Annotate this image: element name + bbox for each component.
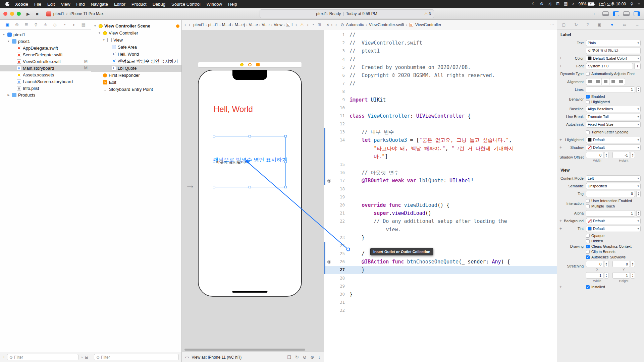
dropdown[interactable]: Align Baselines▾ [586,106,641,112]
code-line-25[interactable]: 25 / [324,250,557,258]
code-line-1[interactable]: 1// [324,31,557,39]
code-line-4[interactable]: 4// [324,55,557,63]
file-row-ptext1[interactable]: ▼ptext1 [0,38,91,45]
menu-app-name[interactable]: Xcode [12,2,31,7]
canvas-breadcrumb-4[interactable]: Vi...e [249,22,258,27]
view-as-button[interactable]: View as: iPhone 11 (wC hR) [192,355,241,360]
code-line-12[interactable]: 12 [324,120,557,128]
issue-navigator-icon[interactable]: ⚠ [41,22,50,27]
dropdown[interactable]: Default▾ [586,144,641,151]
resize-handle[interactable] [213,186,215,188]
battery-indicator[interactable]: 98% ⚡ [578,2,594,6]
outline-row--[interactable]: B랜덤으로 박명수 명언 표시하기 [91,58,181,65]
outline-row-hell-world[interactable]: LHell, World [91,51,181,58]
number-field-width[interactable]: 1 [586,272,603,279]
file-row-assets-xcassets[interactable]: Assets.xcassets [0,71,91,78]
grid-icon[interactable]: ⊞ [556,1,559,7]
quote-placeholder-label[interactable]: 이곳에 표시됩니다. [216,160,250,165]
horizontal-scrollbar[interactable] [184,349,305,351]
code-line-9[interactable]: 9import UIKit [324,96,557,104]
identity-inspector-icon[interactable]: ▣ [597,22,601,27]
color-swatch[interactable] [588,219,592,223]
connections-inspector-icon[interactable]: → [635,22,639,27]
code-line-19[interactable]: 19 [324,193,557,201]
menu-item-find[interactable]: Find [73,2,88,7]
stop-button[interactable]: ■ [33,11,42,16]
outline-row-view-controller[interactable]: ▼View Controller [91,29,181,37]
search-icon[interactable]: ⚲ [630,2,633,6]
add-attribute-button[interactable]: + [559,64,562,68]
menu-item-editor[interactable]: Editor [111,2,128,7]
stepper[interactable]: ▲▼ [631,261,635,267]
prev-issue-button[interactable]: ‹ [296,22,297,27]
dropdown[interactable]: Plain▾ [586,40,641,46]
warning-badge[interactable]: ⚠ 3 [424,11,431,16]
zoom-in-icon[interactable]: ⊕ [311,355,314,360]
code-line-16[interactable]: 16 // 아웃렛 변수 [324,169,557,177]
update-icon[interactable]: ⊕ [540,1,543,7]
canvas-breadcrumb-6[interactable]: View [274,22,282,27]
dropdown[interactable]: Default (Label Color)▾ [586,55,641,62]
stepper[interactable]: ▲▼ [631,272,635,279]
view-controller-icon[interactable] [240,63,244,66]
code-line-31[interactable]: 31 [324,298,557,306]
attributes-inspector-icon[interactable]: ▼ [610,22,614,27]
adapt-icon[interactable]: ↓ [318,355,321,360]
number-field[interactable]: 1 [586,210,635,217]
code-line-8[interactable]: 8 [324,87,557,96]
add-file-button[interactable]: + [3,355,5,360]
device-icon[interactable]: ▭ [185,355,189,360]
checkbox-enabled[interactable]: ✓Enabled [586,95,610,99]
checkbox-autoresize-subviews[interactable]: ✓Autoresize Subviews [586,255,632,259]
number-field-y[interactable]: 0 [612,261,630,267]
connection-well[interactable] [327,260,331,264]
next-issue-button[interactable]: › [307,22,309,27]
number-field[interactable]: 1 [586,86,635,93]
file-row-appdelegate-swift[interactable]: AppDelegate.swift [0,45,91,51]
code-line-30[interactable]: 30} [324,290,557,298]
checkbox-tighten-letter-spacing[interactable]: Tighten Letter Spacing [586,130,628,134]
minimize-window-button[interactable] [10,12,14,16]
menu-item-help[interactable]: Help [225,2,240,7]
code-line-11[interactable]: 11class ViewController: UIViewController… [324,112,557,120]
close-editor-button[interactable]: × [327,22,329,27]
canvas-breadcrumb-5[interactable]: Vi...r [262,22,270,27]
back-forward-buttons[interactable]: ‹ › [331,22,338,27]
editor-options-button[interactable] [602,11,609,16]
stepper[interactable]: ▲▼ [631,152,635,158]
file-inspector-icon[interactable]: ▢ [562,22,566,27]
number-field-width[interactable]: 0 [586,152,603,158]
debug-navigator-icon[interactable]: ◔ [60,22,69,27]
add-editor-button[interactable]: + [590,11,598,16]
alignment-segment[interactable] [594,78,602,85]
color-swatch[interactable] [588,227,592,231]
add-attribute-button[interactable]: + [559,145,562,150]
checkbox-opaque[interactable]: Opaque [586,234,632,238]
moon-icon[interactable]: ☾ [532,1,536,7]
text-field[interactable]: 이곳에 표시됩니다. [586,48,641,54]
zoom-window-button[interactable] [17,12,21,16]
toggle-inspector-button[interactable] [634,11,640,16]
korean-input-icon[interactable]: 가 [548,1,552,7]
resize-handle[interactable] [284,161,287,163]
selected-label-bounds[interactable]: 이곳에 표시됩니다. [214,136,286,187]
canvas-breadcrumb-1[interactable]: pt...t1 [208,22,218,27]
report-navigator-icon[interactable]: ▤ [79,22,88,27]
number-field-height[interactable]: 1 [612,272,630,279]
volume-icon[interactable]: ♪ [572,1,574,7]
size-inspector-icon[interactable]: ▭ [623,22,627,27]
code-line-27[interactable]: 27 } [324,266,557,274]
number-field[interactable]: 0 [586,191,635,197]
code-line-28[interactable]: 28 [324,274,557,282]
code-line-2[interactable]: 2// ViewController.swift [324,39,557,47]
dropdown[interactable]: Truncate Tail▾ [586,114,641,120]
resize-handle[interactable] [249,135,251,137]
code-line-32[interactable]: 32 [324,306,557,314]
code-line-3[interactable]: 3// ptext1 [324,47,557,55]
resize-handle[interactable] [284,186,287,188]
canvas-breadcrumb-3[interactable]: M...e) [235,22,245,27]
font-picker-button[interactable]: T [634,63,641,69]
outline-filter-field[interactable]: ⊙ Filter [94,354,179,360]
canvas-breadcrumb-2[interactable]: M...d [222,22,231,27]
recents-filter-icon[interactable]: ◔ [80,355,83,360]
